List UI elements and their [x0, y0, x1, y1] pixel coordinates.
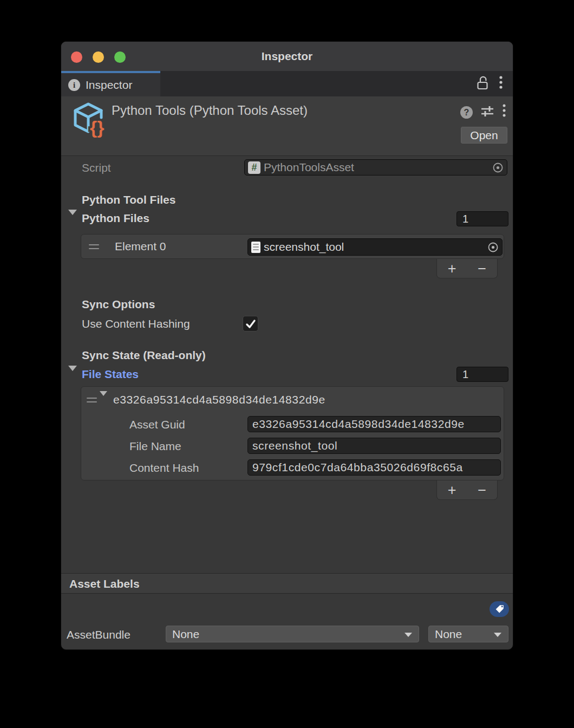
- file-states-add-remove-bar: + −: [436, 480, 498, 500]
- file-states-list: e3326a95314cd4a5898d34de14832d9e Asset G…: [81, 386, 504, 480]
- script-object-field[interactable]: # PythonToolsAsset: [244, 159, 507, 176]
- entry-foldout-icon[interactable]: [100, 396, 107, 406]
- file-states-label[interactable]: File States: [82, 368, 139, 381]
- checkmark-icon: [245, 318, 257, 330]
- tab-menu-kebab-icon[interactable]: [499, 75, 503, 93]
- add-element-button[interactable]: +: [441, 261, 463, 277]
- asset-header: {} Python Tools (Python Tools Asset) ? O…: [61, 96, 513, 156]
- add-entry-button[interactable]: +: [441, 482, 463, 498]
- info-icon: i: [68, 79, 80, 91]
- element-0-label: Element 0: [115, 240, 166, 253]
- content-hash-field[interactable]: 979cf1cde0c7da64bba35026d69f8c65a: [247, 459, 501, 476]
- tab-inspector[interactable]: i Inspector: [61, 71, 160, 96]
- asset-labels-bar: Asset Labels: [61, 573, 513, 594]
- scriptable-object-cube-icon: {}: [72, 101, 107, 140]
- open-button[interactable]: Open: [461, 127, 507, 144]
- element-0-object-field[interactable]: screenshot_tool: [247, 238, 503, 256]
- assetbundle-variant-dropdown[interactable]: None: [428, 626, 508, 642]
- file-name-label: File Name: [129, 440, 181, 453]
- python-files-count-field[interactable]: 1: [456, 211, 508, 226]
- remove-element-button[interactable]: −: [471, 261, 493, 277]
- element-0-value: screenshot_tool: [264, 240, 484, 253]
- python-tool-files-header: Python Tool Files: [82, 193, 175, 206]
- python-files-foldout-icon[interactable]: [68, 215, 77, 225]
- tag-icon: [494, 604, 505, 614]
- python-files-label[interactable]: Python Files: [82, 212, 149, 225]
- python-files-add-remove-bar: + −: [436, 259, 498, 278]
- window-title: Inspector: [61, 42, 513, 71]
- object-picker-icon[interactable]: [492, 162, 504, 173]
- element-drag-handle-icon[interactable]: [89, 244, 99, 249]
- assetbundle-label: AssetBundle: [67, 628, 131, 641]
- asset-label-tag-button[interactable]: [490, 601, 509, 617]
- tab-strip: i Inspector: [61, 71, 513, 96]
- tab-label: Inspector: [86, 79, 132, 92]
- assetbundle-dropdown[interactable]: None: [166, 626, 419, 642]
- remove-entry-button[interactable]: −: [471, 482, 493, 498]
- chevron-down-icon: [494, 633, 501, 637]
- unlock-icon[interactable]: [476, 75, 489, 92]
- sync-state-header: Sync State (Read-only): [82, 349, 206, 362]
- svg-text:{}: {}: [90, 117, 104, 138]
- csharp-script-icon: #: [248, 161, 260, 174]
- use-content-hashing-label: Use Content Hashing: [82, 317, 190, 330]
- file-states-foldout-icon[interactable]: [68, 371, 77, 381]
- assetbundle-dropdown-value: None: [172, 628, 199, 640]
- assetbundle-variant-value: None: [435, 628, 462, 640]
- object-picker-icon[interactable]: [487, 242, 499, 253]
- asset-guid-field[interactable]: e3326a95314cd4a5898d34de14832d9e: [247, 416, 501, 432]
- file-states-count-field[interactable]: 1: [456, 367, 508, 382]
- content-hash-label: Content Hash: [129, 461, 199, 474]
- presets-icon[interactable]: [481, 105, 494, 120]
- sync-options-header: Sync Options: [82, 298, 155, 311]
- script-field-value: PythonToolsAsset: [264, 161, 489, 174]
- header-menu-kebab-icon[interactable]: [502, 103, 506, 121]
- asset-labels-header: Asset Labels: [69, 577, 140, 590]
- asset-title: Python Tools (Python Tools Asset): [112, 103, 308, 118]
- chevron-down-icon: [405, 633, 412, 637]
- script-label: Script: [82, 161, 111, 174]
- file-name-field[interactable]: screenshot_tool: [247, 438, 501, 454]
- entry-id[interactable]: e3326a95314cd4a5898d34de14832d9e: [113, 393, 325, 406]
- asset-guid-label: Asset Guid: [129, 418, 185, 431]
- entry-drag-handle-icon[interactable]: [87, 398, 97, 402]
- python-files-list: Element 0 screenshot_tool: [81, 234, 504, 259]
- text-asset-icon: [251, 242, 260, 253]
- inspector-window: Inspector i Inspector: [61, 41, 513, 650]
- use-content-hashing-checkbox[interactable]: [243, 316, 258, 332]
- help-icon[interactable]: ?: [460, 106, 473, 119]
- window-titlebar[interactable]: Inspector: [61, 42, 513, 71]
